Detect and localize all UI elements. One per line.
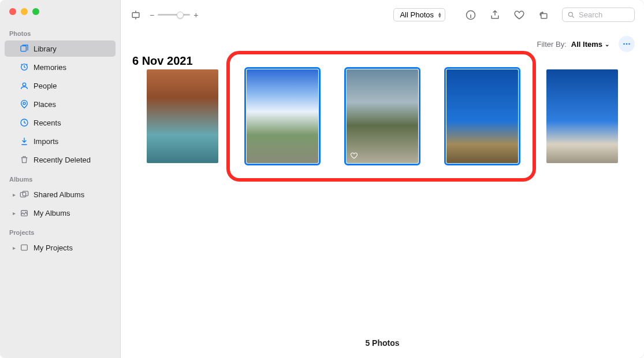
zoom-out-button[interactable]: − (150, 10, 154, 20)
imports-icon (18, 136, 30, 146)
photos-app-window: Photos Library Memories People (0, 0, 644, 358)
recents-icon (18, 118, 30, 127)
photo-thumbnail-selected[interactable] (446, 69, 518, 163)
content-area: 6 Nov 2021 5 Photos (121, 52, 644, 358)
svg-point-14 (626, 43, 628, 45)
zoom-slider[interactable] (158, 14, 190, 16)
sidebar-item-label: Memories (33, 63, 66, 72)
date-heading: 6 Nov 2021 (132, 54, 193, 68)
minimize-window-button[interactable] (21, 8, 28, 15)
sidebar-section-photos: Photos (0, 23, 120, 39)
sidebar-item-recently-deleted[interactable]: Recently Deleted (5, 152, 116, 168)
my-projects-icon (18, 243, 30, 252)
filter-by-value: All Items (571, 40, 602, 49)
view-mode-label: All Photos (400, 10, 434, 19)
filter-by-label: Filter By: (537, 40, 567, 49)
photo-thumbnail-selected[interactable] (347, 69, 418, 163)
photo-thumbnail[interactable] (546, 69, 618, 163)
sidebar-item-imports[interactable]: Imports (5, 133, 116, 149)
sidebar-item-library[interactable]: Library (5, 40, 116, 57)
svg-rect-8 (21, 245, 28, 250)
info-button[interactable] (465, 9, 477, 21)
photo-thumbnail-selected[interactable] (247, 69, 318, 163)
chevron-right-icon[interactable]: ▸ (10, 245, 17, 251)
zoom-slider-knob[interactable] (177, 12, 184, 19)
sidebar-item-label: Recently Deleted (33, 156, 91, 164)
memories-icon (18, 62, 30, 72)
main-area: − + All Photos ▴▾ (121, 0, 644, 358)
svg-point-15 (628, 43, 630, 45)
favorite-button[interactable] (513, 9, 525, 21)
window-controls (0, 0, 120, 23)
zoom-in-button[interactable]: + (193, 10, 198, 20)
photo-count-footer: 5 Photos (121, 338, 644, 348)
fullscreen-window-button[interactable] (32, 8, 39, 15)
favorite-icon (350, 152, 358, 160)
sidebar-item-recents[interactable]: Recents (5, 115, 116, 131)
sidebar-item-label: Recents (33, 119, 61, 127)
svg-rect-0 (21, 46, 26, 51)
people-icon (18, 81, 30, 90)
sidebar-item-label: Library (33, 45, 57, 53)
sidebar-item-places[interactable]: Places (5, 96, 116, 112)
chevron-down-icon: ⌄ (605, 41, 609, 47)
zoom-slider-group: − + (150, 10, 198, 20)
select-stepper-icon: ▴▾ (438, 12, 441, 18)
search-field[interactable] (562, 8, 635, 22)
filter-by-dropdown[interactable]: All Items ⌄ (571, 40, 609, 49)
search-input[interactable] (579, 10, 630, 19)
rotate-button[interactable] (538, 9, 549, 21)
sidebar-item-shared-albums[interactable]: ▸ Shared Albums (5, 186, 116, 202)
sidebar-item-label: People (33, 82, 57, 90)
sidebar-section-albums: Albums (0, 169, 120, 185)
shared-albums-icon (18, 190, 30, 199)
svg-point-2 (23, 83, 25, 86)
sidebar-item-memories[interactable]: Memories (5, 59, 116, 75)
photo-thumbnail[interactable] (147, 69, 218, 163)
thumbnail-grid (132, 69, 632, 163)
sidebar: Photos Library Memories People (0, 0, 121, 358)
svg-point-12 (568, 12, 572, 16)
filter-row: Filter By: All Items ⌄ (121, 30, 644, 52)
more-options-button[interactable] (619, 36, 635, 52)
search-icon (567, 11, 575, 19)
toolbar: − + All Photos ▴▾ (121, 0, 644, 30)
sidebar-item-people[interactable]: People (5, 77, 116, 94)
trash-icon (18, 155, 30, 164)
sidebar-item-my-albums[interactable]: ▸ My Albums (5, 205, 116, 221)
aspect-crop-button[interactable] (130, 9, 142, 21)
sidebar-item-label: My Albums (33, 209, 70, 217)
sidebar-item-label: Imports (33, 137, 58, 146)
my-albums-icon (18, 208, 30, 217)
sidebar-section-projects: Projects (0, 222, 120, 238)
svg-point-13 (623, 43, 625, 45)
chevron-right-icon[interactable]: ▸ (10, 210, 17, 216)
sidebar-item-my-projects[interactable]: ▸ My Projects (5, 239, 116, 256)
svg-rect-11 (541, 13, 547, 18)
sidebar-item-label: Shared Albums (33, 190, 84, 199)
sidebar-item-label: My Projects (33, 243, 73, 252)
places-icon (18, 99, 30, 109)
view-mode-select[interactable]: All Photos ▴▾ (393, 8, 445, 21)
sidebar-item-label: Places (33, 100, 56, 109)
share-button[interactable] (489, 9, 501, 21)
chevron-right-icon[interactable]: ▸ (10, 191, 17, 198)
svg-rect-9 (132, 12, 139, 17)
svg-point-3 (23, 102, 25, 105)
close-window-button[interactable] (9, 8, 16, 15)
library-icon (18, 44, 30, 53)
